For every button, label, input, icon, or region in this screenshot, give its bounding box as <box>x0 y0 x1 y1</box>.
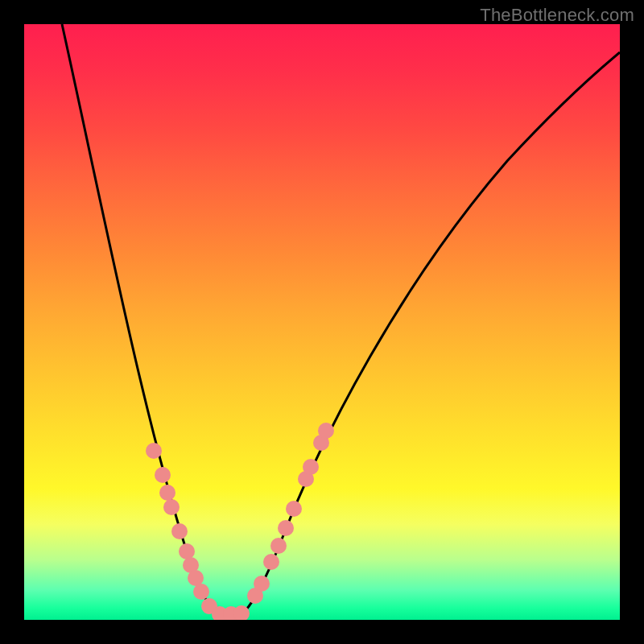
bottleneck-curve <box>62 24 620 620</box>
data-dot <box>270 538 287 554</box>
curve-layer <box>24 24 620 620</box>
watermark: TheBottleneck.com <box>480 5 634 26</box>
plot-area <box>24 24 620 620</box>
data-dot <box>179 543 195 559</box>
data-dot <box>318 423 334 439</box>
data-dot <box>193 584 209 600</box>
chart-frame: TheBottleneck.com <box>0 0 644 644</box>
data-dot <box>171 523 188 539</box>
data-dot <box>159 485 175 501</box>
data-dot <box>286 501 302 517</box>
dots-group <box>146 423 334 620</box>
data-dot <box>254 576 270 592</box>
data-dot <box>155 467 171 483</box>
data-dot <box>303 459 319 475</box>
data-dot <box>263 554 279 570</box>
data-dot <box>278 520 294 536</box>
data-dot <box>146 443 162 459</box>
data-dot <box>163 499 180 515</box>
